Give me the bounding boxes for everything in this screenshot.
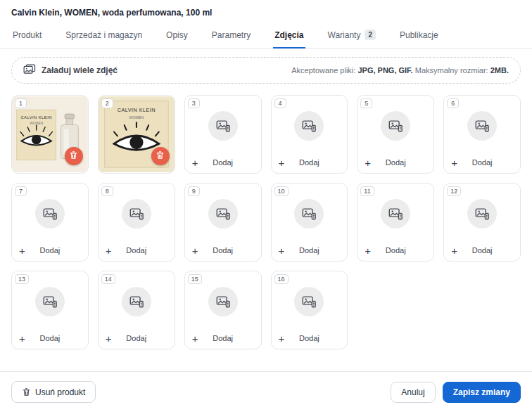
slot-number-badge: 2 bbox=[101, 98, 113, 108]
slot-number-badge: 5 bbox=[360, 98, 372, 108]
add-photo-label: Dodaj bbox=[272, 246, 348, 255]
tab-label: Opisy bbox=[166, 30, 188, 40]
slot-number-badge: 4 bbox=[274, 98, 286, 108]
slot-number-badge: 9 bbox=[188, 186, 200, 196]
photo-grid: 1CALVIN KLEINWOMEN2CALVIN KLEINWOMEN3+Do… bbox=[11, 95, 521, 349]
photo-slot-empty-12[interactable]: 12+Dodaj bbox=[443, 183, 521, 262]
image-placeholder-icon bbox=[381, 111, 410, 141]
tab-produkt[interactable]: Produkt bbox=[11, 23, 43, 49]
trash-icon bbox=[69, 150, 78, 162]
cancel-button[interactable]: Anuluj bbox=[391, 382, 435, 403]
svg-text:CALVIN KLEIN: CALVIN KLEIN bbox=[118, 107, 156, 113]
photos-upload-icon bbox=[23, 64, 36, 77]
tab-parametry[interactable]: Parametry bbox=[210, 23, 252, 49]
image-placeholder-icon bbox=[294, 111, 324, 141]
add-photo-label: Dodaj bbox=[12, 246, 88, 255]
image-placeholder-icon bbox=[35, 199, 65, 228]
slot-number-badge: 6 bbox=[447, 98, 459, 108]
svg-text:CALVIN KLEIN: CALVIN KLEIN bbox=[20, 115, 51, 120]
slot-number-badge: 16 bbox=[274, 274, 289, 284]
tab-bar: ProduktSprzedaż i magazynOpisyParametryZ… bbox=[0, 23, 532, 49]
tab-label: Sprzedaż i magazyn bbox=[65, 30, 142, 40]
add-photo-label: Dodaj bbox=[185, 246, 261, 255]
upload-hint: Akceptowane pliki: JPG, PNG, GIF. Maksym… bbox=[291, 66, 509, 75]
slot-number-badge: 3 bbox=[188, 98, 200, 108]
slot-number-badge: 11 bbox=[360, 186, 374, 196]
slot-number-badge: 1 bbox=[15, 98, 27, 108]
delete-photo-button[interactable] bbox=[151, 147, 170, 165]
tab-zdjecia[interactable]: Zdjęcia bbox=[273, 23, 305, 49]
footer-bar: Usuń produkt Anuluj Zapisz zmiany bbox=[0, 371, 532, 412]
tab-opisy[interactable]: Opisy bbox=[165, 23, 189, 49]
image-placeholder-icon bbox=[208, 287, 238, 316]
title-bar: Calvin Klein, WOMEN, woda perfumowana, 1… bbox=[0, 0, 532, 23]
tab-sprzedaz-i-magazyn[interactable]: Sprzedaż i magazyn bbox=[64, 23, 144, 49]
image-placeholder-icon bbox=[294, 199, 324, 228]
slot-number-badge: 7 bbox=[15, 186, 27, 196]
photo-slot-empty-14[interactable]: 14+Dodaj bbox=[98, 271, 175, 349]
add-photo-label: Dodaj bbox=[444, 158, 520, 167]
add-photo-label: Dodaj bbox=[272, 334, 348, 342]
image-placeholder-icon bbox=[122, 199, 151, 228]
photo-slot-filled-1: 1CALVIN KLEINWOMEN bbox=[11, 95, 89, 174]
photo-slot-empty-9[interactable]: 9+Dodaj bbox=[184, 183, 262, 262]
add-photo-label: Dodaj bbox=[99, 246, 175, 255]
upload-multiple-area[interactable]: Załaduj wiele zdjęć Akceptowane pliki: J… bbox=[11, 57, 521, 84]
image-placeholder-icon bbox=[122, 287, 151, 316]
photo-slot-empty-3[interactable]: 3+Dodaj bbox=[184, 95, 262, 174]
delete-product-button[interactable]: Usuń produkt bbox=[11, 381, 96, 403]
add-photo-label: Dodaj bbox=[12, 334, 88, 342]
tab-label: Produkt bbox=[13, 30, 42, 40]
add-photo-label: Dodaj bbox=[272, 158, 348, 167]
image-placeholder-icon bbox=[294, 287, 324, 316]
tab-warianty[interactable]: Warianty2 bbox=[327, 23, 377, 49]
trash-icon bbox=[156, 150, 165, 162]
photo-slot-empty-7[interactable]: 7+Dodaj bbox=[11, 183, 89, 262]
add-photo-label: Dodaj bbox=[185, 158, 261, 167]
photo-slot-filled-2: 2CALVIN KLEINWOMEN bbox=[98, 95, 175, 174]
tab-count-badge: 2 bbox=[365, 30, 376, 40]
upload-label: Załaduj wiele zdjęć bbox=[42, 65, 118, 75]
photo-slot-empty-5[interactable]: 5+Dodaj bbox=[357, 95, 434, 174]
tab-label: Warianty bbox=[328, 30, 361, 40]
slot-number-badge: 14 bbox=[101, 274, 115, 284]
tab-publikacje[interactable]: Publikacje bbox=[398, 23, 440, 49]
slot-number-badge: 13 bbox=[15, 274, 29, 284]
photo-slot-empty-10[interactable]: 10+Dodaj bbox=[271, 183, 348, 262]
tab-label: Publikacje bbox=[400, 30, 438, 40]
image-placeholder-icon bbox=[381, 199, 410, 228]
add-photo-label: Dodaj bbox=[357, 158, 433, 167]
photo-slot-empty-16[interactable]: 16+Dodaj bbox=[271, 271, 348, 349]
trash-icon bbox=[22, 387, 31, 397]
photo-slot-empty-15[interactable]: 15+Dodaj bbox=[184, 271, 262, 349]
slot-number-badge: 15 bbox=[188, 274, 202, 284]
image-placeholder-icon bbox=[208, 199, 238, 228]
delete-photo-button[interactable] bbox=[65, 147, 83, 165]
photo-slot-empty-6[interactable]: 6+Dodaj bbox=[443, 95, 521, 174]
photo-slot-empty-8[interactable]: 8+Dodaj bbox=[98, 183, 175, 262]
photo-slot-empty-11[interactable]: 11+Dodaj bbox=[357, 183, 434, 262]
slot-number-badge: 8 bbox=[101, 186, 113, 196]
image-placeholder-icon bbox=[208, 111, 238, 141]
photo-slot-empty-4[interactable]: 4+Dodaj bbox=[271, 95, 348, 174]
svg-text:WOMEN: WOMEN bbox=[129, 115, 144, 120]
slot-number-badge: 10 bbox=[274, 186, 289, 196]
photo-slot-empty-13[interactable]: 13+Dodaj bbox=[11, 271, 89, 349]
add-photo-label: Dodaj bbox=[357, 246, 433, 255]
slot-number-badge: 12 bbox=[447, 186, 461, 196]
add-photo-label: Dodaj bbox=[444, 246, 520, 255]
image-placeholder-icon bbox=[467, 111, 497, 141]
svg-text:WOMEN: WOMEN bbox=[30, 122, 43, 125]
tab-label: Parametry bbox=[212, 30, 251, 40]
add-photo-label: Dodaj bbox=[99, 334, 175, 342]
save-changes-button[interactable]: Zapisz zmiany bbox=[443, 382, 521, 403]
tab-label: Zdjęcia bbox=[274, 30, 303, 40]
delete-product-label: Usuń produkt bbox=[35, 388, 85, 397]
add-photo-label: Dodaj bbox=[185, 334, 261, 342]
product-photos-page: Calvin Klein, WOMEN, woda perfumowana, 1… bbox=[0, 0, 532, 412]
page-title: Calvin Klein, WOMEN, woda perfumowana, 1… bbox=[11, 8, 521, 18]
image-placeholder-icon bbox=[35, 287, 65, 316]
image-placeholder-icon bbox=[467, 199, 497, 228]
